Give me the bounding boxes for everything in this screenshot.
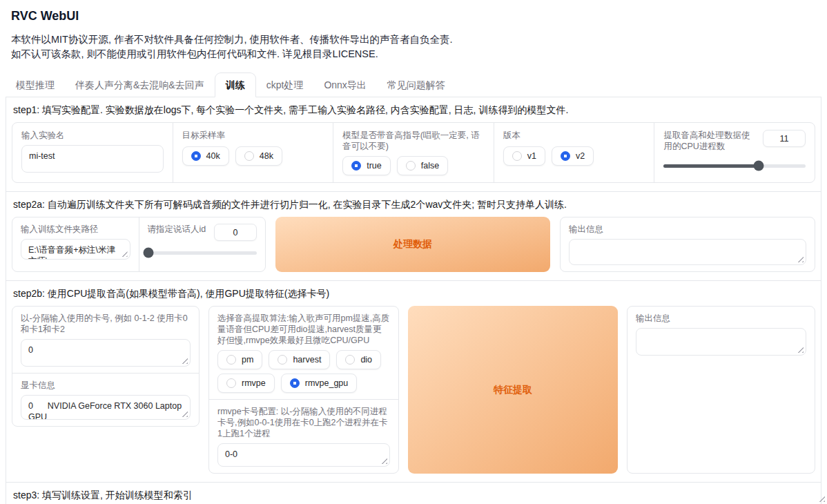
resize-grip[interactable]: [380, 457, 387, 464]
experiment-name-field: 输入实验名 mi-test: [12, 123, 173, 182]
resize-grip[interactable]: [797, 346, 804, 353]
version-radio-v2[interactable]: v2: [552, 146, 594, 166]
trainset-dir-input[interactable]: E:\语音音频+标注\米津玄师\src: [21, 239, 130, 260]
step1-header: step1: 填写实验配置. 实验数据放在logs下, 每个实验一个文件夹, 需…: [13, 104, 814, 116]
gpu-info-field: 显卡信息 0 NVIDIA GeForce RTX 3060 Laptop GP…: [12, 373, 199, 426]
resize-grip[interactable]: [181, 410, 188, 417]
sample-rate-label: 目标采样率: [182, 130, 324, 141]
radio-dot-icon: [226, 378, 236, 388]
radio-dot-icon: [351, 161, 361, 171]
sample-rate-radio-48k[interactable]: 48k: [235, 146, 282, 166]
f0-method-radio-pm[interactable]: pm: [217, 350, 262, 369]
pitch-guidance-field: 模型是否带音高指导(唱歌一定要, 语音可以不要) true false: [333, 123, 494, 182]
cpu-process-count-input[interactable]: 11: [763, 130, 806, 147]
f0-method-radio-rmvpe[interactable]: rmvpe: [217, 374, 275, 393]
sample-rate-radio-40k[interactable]: 40k: [182, 146, 229, 166]
version-label: 版本: [503, 130, 645, 141]
rmvpe-card-config-input[interactable]: 0-0: [217, 443, 390, 467]
slider-handle[interactable]: [754, 161, 764, 171]
step2a-output-panel: 输出信息: [560, 217, 815, 272]
f0-method-radio-rmvpe-gpu[interactable]: rmvpe_gpu: [281, 374, 358, 393]
tab-vocal-separation[interactable]: 伴奏人声分离&去混响&去回声: [65, 73, 215, 97]
version-field: 版本 v1 v2: [494, 123, 655, 182]
step2b-section: step2b: 使用CPU提取音高(如果模型带音高), 使用GPU提取特征(选择…: [6, 281, 821, 483]
radio-label: 48k: [260, 151, 273, 161]
output-info-label: 输出信息: [636, 313, 806, 324]
gpu-ids-field: 以-分隔输入使用的卡号, 例如 0-1-2 使用卡0和卡1和卡2 0: [12, 307, 199, 373]
step2a-header: step2a: 自动遍历训练文件夹下所有可解码成音频的文件并进行切片归一化, 在…: [13, 198, 814, 211]
feature-extract-button[interactable]: 特征提取: [408, 306, 618, 474]
cpu-process-label: 提取音高和处理数据使用的CPU进程数: [663, 130, 757, 152]
gpu-ids-input[interactable]: 0: [21, 339, 191, 367]
slider-track[interactable]: [148, 251, 257, 255]
slider-track[interactable]: [663, 164, 806, 168]
tab-training[interactable]: 训练: [215, 72, 256, 97]
gpu-info-label: 显卡信息: [21, 380, 191, 391]
gpu-info-display[interactable]: 0 NVIDIA GeForce RTX 3060 Laptop GPU: [21, 395, 191, 420]
radio-label: false: [421, 161, 439, 171]
step2b-output-panel: 输出信息: [627, 306, 815, 474]
sample-rate-field: 目标采样率 40k 48k: [173, 123, 334, 182]
pitch-guidance-radio-false[interactable]: false: [397, 156, 448, 175]
radio-label: v2: [576, 151, 585, 161]
process-data-button[interactable]: 处理数据: [275, 217, 550, 272]
radio-label: true: [367, 161, 382, 171]
radio-dot-icon: [278, 355, 287, 365]
radio-label: rmvpe_gpu: [305, 378, 349, 388]
disclaimer: 本软件以MIT协议开源, 作者不对软件具备任何控制力, 使用软件者、传播软件导出…: [11, 32, 827, 61]
step2a-output-textarea[interactable]: [569, 239, 806, 265]
step1-fields: 输入实验名 mi-test 目标采样率 40k 48k: [12, 122, 815, 183]
pitch-guidance-radio-true[interactable]: true: [342, 156, 391, 175]
tab-faq[interactable]: 常见问题解答: [377, 73, 456, 97]
disclaimer-line-2: 如不认可该条款, 则不能使用或引用软件包内任何代码和文件. 详见根目录LICEN…: [11, 47, 827, 61]
f0-method-radio-dio[interactable]: dio: [336, 350, 381, 369]
radio-label: 40k: [206, 151, 220, 161]
version-radio-v1[interactable]: v1: [503, 146, 545, 166]
step2a-section: step2a: 自动遍历训练文件夹下所有可解码成音频的文件并进行切片归一化, 在…: [6, 192, 821, 281]
radio-label: v1: [527, 151, 536, 161]
tab-ckpt-processing[interactable]: ckpt处理: [256, 73, 314, 97]
slider-fill: [663, 164, 759, 168]
radio-dot-icon: [406, 161, 416, 171]
radio-label: rmvpe: [242, 378, 266, 388]
resize-grip[interactable]: [121, 250, 128, 257]
radio-dot-icon: [226, 355, 236, 365]
gpu-ids-label: 以-分隔输入使用的卡号, 例如 0-1-2 使用卡0和卡1和卡2: [21, 313, 191, 335]
speaker-id-field: 请指定说话人id 0: [139, 217, 266, 271]
disclaimer-line-1: 本软件以MIT协议开源, 作者不对软件具备任何控制力, 使用软件者、传播软件导出…: [11, 32, 827, 47]
rmvpe-card-field: rmvpe卡号配置: 以-分隔输入使用的不同进程卡号,例如0-0-1使用在卡0上…: [209, 399, 398, 473]
radio-dot-icon: [561, 151, 570, 161]
output-info-label: 输出信息: [569, 224, 806, 235]
tab-onnx-export[interactable]: Onnx导出: [313, 73, 376, 97]
radio-dot-icon: [345, 355, 355, 365]
f0-method-radio-harvest[interactable]: harvest: [269, 350, 330, 369]
resize-grip[interactable]: [797, 255, 804, 262]
speaker-id-slider[interactable]: [148, 247, 257, 258]
rmvpe-card-label: rmvpe卡号配置: 以-分隔输入使用的不同进程卡号,例如0-0-1使用在卡0上…: [217, 406, 390, 439]
speaker-id-input[interactable]: 0: [214, 224, 257, 241]
page-title: RVC WebUI: [11, 8, 827, 23]
resize-grip[interactable]: [181, 357, 188, 364]
radio-label: pm: [242, 355, 253, 365]
radio-dot-icon: [191, 151, 201, 161]
pitch-guidance-label: 模型是否带音高指导(唱歌一定要, 语音可以不要): [342, 130, 485, 152]
radio-dot-icon: [244, 151, 254, 161]
f0-method-panel: 选择音高提取算法:输入歌声可用pm提速,高质量语音但CPU差可用dio提速,ha…: [208, 306, 399, 474]
f0-method-label: 选择音高提取算法:输入歌声可用pm提速,高质量语音但CPU差可用dio提速,ha…: [217, 313, 390, 346]
radio-label: dio: [360, 355, 372, 365]
step3-section: step3: 填写训练设置, 开始训练模型和索引 保存频率 5 save_eve…: [6, 483, 821, 504]
experiment-name-input[interactable]: mi-test: [21, 145, 164, 173]
step2b-header: step2b: 使用CPU提取音高(如果模型带音高), 使用GPU提取特征(选择…: [13, 287, 814, 300]
tab-model-inference[interactable]: 模型推理: [6, 73, 65, 97]
radio-label: harvest: [293, 355, 321, 365]
f0-method-field: 选择音高提取算法:输入歌声可用pm提速,高质量语音但CPU差可用dio提速,ha…: [209, 307, 398, 399]
cpu-process-slider[interactable]: [663, 160, 806, 171]
step1-section: step1: 填写实验配置. 实验数据放在logs下, 每个实验一个文件夹, 需…: [6, 97, 821, 192]
gpu-card-panel: 以-分隔输入使用的卡号, 例如 0-1-2 使用卡0和卡1和卡2 0 显卡信息 …: [12, 306, 200, 427]
speaker-id-label: 请指定说话人id: [148, 224, 209, 235]
cpu-process-field: 提取音高和处理数据使用的CPU进程数 11: [654, 123, 815, 182]
radio-dot-icon: [290, 378, 300, 388]
slider-handle[interactable]: [144, 248, 154, 258]
step2a-inputs: 输入训练文件夹路径 E:\语音音频+标注\米津玄师\src 请指定说话人id 0: [12, 217, 266, 272]
step2b-output-textarea[interactable]: [636, 328, 806, 356]
